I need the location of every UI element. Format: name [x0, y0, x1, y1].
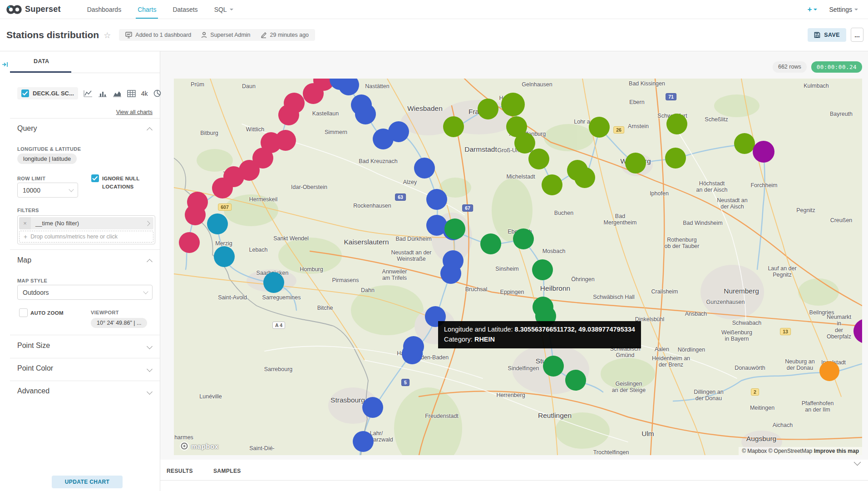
- auto-zoom-label: AUTO ZOOM: [30, 309, 85, 317]
- attribution-osm[interactable]: © OpenStreetMap: [768, 448, 812, 454]
- chevron-down-icon[interactable]: [147, 366, 153, 372]
- nav-item-datasets[interactable]: Datasets: [164, 0, 206, 19]
- section-query-title[interactable]: Query: [17, 124, 37, 133]
- line-chart-icon[interactable]: [84, 90, 93, 97]
- map-point-yellow-green[interactable]: [589, 117, 610, 138]
- map-point-cyan[interactable]: [207, 213, 228, 234]
- section-advanced-title[interactable]: Advanced: [17, 387, 49, 395]
- lonlat-value-pill[interactable]: longitude | latitude: [17, 154, 77, 164]
- new-item-button[interactable]: +: [807, 5, 817, 14]
- map-point-cyan[interactable]: [214, 246, 235, 267]
- collapse-panel-icon[interactable]: [1, 61, 9, 70]
- map-point-blue[interactable]: [362, 397, 383, 418]
- collapse-results-chevron-icon[interactable]: [854, 459, 861, 466]
- map-point-blue[interactable]: [353, 431, 374, 452]
- map-point-cyan[interactable]: [263, 272, 284, 293]
- map-point-pink[interactable]: [212, 178, 233, 198]
- map-point-green[interactable]: [565, 370, 586, 391]
- map-point-blue[interactable]: [355, 104, 376, 124]
- filter-item-time[interactable]: × __time (No filter): [19, 217, 153, 229]
- nav-item-charts[interactable]: Charts: [129, 0, 164, 19]
- map-point-pink[interactable]: [278, 104, 299, 125]
- map-point-green[interactable]: [543, 356, 564, 377]
- nav-item-sql[interactable]: SQL: [206, 0, 242, 19]
- viz-alt-4k[interactable]: 4k: [141, 90, 148, 97]
- map-point-yellow-green[interactable]: [734, 133, 755, 154]
- chart-meta-badges: Added to 1 dashboard Superset Admin 29 m…: [119, 29, 315, 41]
- area-chart-icon[interactable]: [113, 90, 122, 97]
- tab-data[interactable]: DATA: [34, 58, 49, 64]
- map-point-purple[interactable]: [753, 141, 774, 163]
- owner-badge[interactable]: Superset Admin: [201, 32, 250, 38]
- row-limit-select[interactable]: 10000: [17, 183, 78, 198]
- viewport-value-pill[interactable]: 10° 24' 49.86" | ...: [91, 318, 147, 328]
- settings-menu[interactable]: Settings: [829, 6, 858, 13]
- map-point-pink[interactable]: [179, 232, 200, 253]
- view-all-charts-link[interactable]: View all charts: [116, 109, 153, 115]
- map-point-pink[interactable]: [303, 83, 324, 104]
- last-modified-badge[interactable]: 29 minutes ago: [261, 32, 309, 38]
- section-point-color-title[interactable]: Point Color: [17, 364, 53, 372]
- filter-drop-zone[interactable]: + Drop columns/metrics here or click: [19, 231, 153, 243]
- map-point-yellow-green[interactable]: [478, 99, 498, 119]
- viz-type-selected[interactable]: DECK.GL SC...: [17, 87, 78, 99]
- map-point-green[interactable]: [480, 233, 501, 254]
- chevron-down-icon: [854, 9, 858, 10]
- map-point-blue[interactable]: [414, 158, 435, 179]
- map-point-green[interactable]: [513, 228, 534, 249]
- map-point-yellow-green[interactable]: [574, 167, 595, 188]
- infinity-logo-icon: [6, 5, 22, 15]
- map-point-yellow-green[interactable]: [542, 174, 562, 195]
- chevron-up-icon[interactable]: [147, 127, 153, 133]
- map-point-blue[interactable]: [388, 121, 409, 142]
- improve-map-link[interactable]: Improve this map: [814, 448, 859, 454]
- map-point-blue[interactable]: [402, 343, 423, 364]
- chevron-down-icon[interactable]: [147, 389, 153, 395]
- ignore-null-checkbox[interactable]: [91, 174, 99, 182]
- map-point-green[interactable]: [532, 259, 553, 280]
- divider: [10, 118, 160, 119]
- mapbox-logo[interactable]: mapbox: [179, 441, 219, 451]
- map-style-value: Outdoors: [23, 289, 49, 296]
- update-chart-button[interactable]: UPDATE CHART: [52, 476, 123, 488]
- nav-item-dashboards[interactable]: Dashboards: [79, 0, 130, 19]
- row-limit-label: ROW LIMIT: [17, 176, 45, 181]
- divider: [10, 335, 160, 335]
- section-point-size-title[interactable]: Point Size: [17, 342, 50, 350]
- section-map-title[interactable]: Map: [17, 256, 31, 264]
- superset-logo[interactable]: Superset: [6, 5, 61, 15]
- more-options-button[interactable]: ...: [851, 28, 863, 42]
- attribution-mapbox[interactable]: © Mapbox: [742, 448, 767, 454]
- tab-samples[interactable]: SAMPLES: [213, 468, 241, 474]
- chevron-up-icon[interactable]: [147, 259, 153, 265]
- map-point-yellow-green[interactable]: [666, 114, 687, 134]
- favorite-star-icon[interactable]: ☆: [104, 30, 111, 40]
- map-point-yellow-green[interactable]: [625, 153, 646, 174]
- chevron-right-icon: [145, 221, 150, 226]
- map-point-green[interactable]: [444, 218, 465, 239]
- map-point-yellow-green[interactable]: [443, 116, 464, 137]
- map-point-yellow-green[interactable]: [528, 149, 549, 169]
- deckgl-map[interactable]: PrümDaunNastättenGelnhausenBad Kissingen…: [174, 79, 862, 455]
- pie-chart-icon[interactable]: [153, 89, 161, 97]
- chevron-down-icon[interactable]: [147, 343, 153, 349]
- map-point-pink[interactable]: [185, 204, 206, 225]
- map-point-yellow-green[interactable]: [501, 93, 525, 116]
- map-point-blue[interactable]: [425, 306, 446, 327]
- active-tab-indicator: [10, 71, 71, 73]
- map-style-select[interactable]: Outdoors: [17, 285, 153, 300]
- bar-chart-icon[interactable]: [98, 90, 107, 97]
- map-point-blue[interactable]: [440, 263, 461, 284]
- map-point-yellow-green[interactable]: [665, 148, 686, 169]
- last-modified-label: 29 minutes ago: [270, 32, 309, 38]
- map-point-green[interactable]: [535, 306, 556, 327]
- auto-zoom-checkbox[interactable]: [19, 308, 28, 317]
- save-button[interactable]: SAVE: [808, 28, 846, 42]
- tab-results[interactable]: RESULTS: [167, 468, 193, 474]
- map-point-blue[interactable]: [426, 189, 447, 210]
- remove-filter-icon[interactable]: ×: [19, 217, 31, 229]
- header-actions: SAVE ...: [808, 28, 863, 42]
- map-point-orange[interactable]: [819, 361, 839, 381]
- dashboard-count-badge[interactable]: Added to 1 dashboard: [125, 32, 191, 38]
- table-icon[interactable]: [127, 90, 136, 97]
